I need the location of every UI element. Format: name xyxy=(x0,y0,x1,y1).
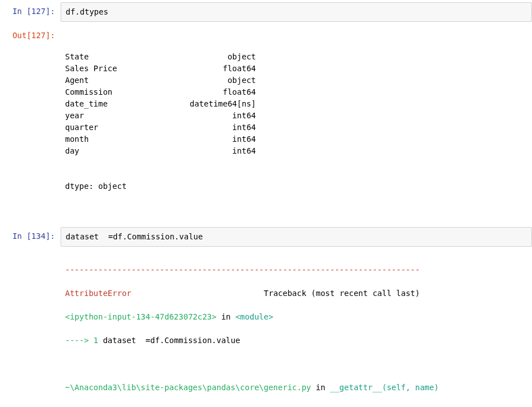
empty-prompt-134 xyxy=(0,251,61,255)
dtype-value: int64 xyxy=(166,122,256,133)
in-prompt-127: In [127]: xyxy=(0,2,61,17)
dtype-value: int64 xyxy=(166,133,256,145)
dtype-name: date_time xyxy=(65,98,166,110)
output-cell-134: ----------------------------------------… xyxy=(0,249,532,407)
dtype-value: object xyxy=(166,75,256,86)
traceback-header: AttributeError Traceback (most recent ca… xyxy=(65,288,528,299)
dtype-row: date_timedatetime64[ns] xyxy=(65,98,528,110)
tb-line-1: ----> 1 dataset =df.Commission.value xyxy=(65,335,528,346)
input-cell-134: In [134]: dataset =df.Commission.value xyxy=(0,225,532,249)
code-input-127[interactable]: df.dtypes xyxy=(61,2,532,22)
dtype-name: Agent xyxy=(65,75,166,86)
dtype-name: month xyxy=(65,133,166,145)
dtype-value: float64 xyxy=(166,86,256,98)
traceback-hr: ----------------------------------------… xyxy=(65,264,528,276)
error-name: AttributeError xyxy=(65,289,131,298)
traceback-output: ----------------------------------------… xyxy=(61,251,532,407)
dtype-value: datetime64[ns] xyxy=(166,98,256,110)
dtype-row: quarterint64 xyxy=(65,122,528,133)
dtype-row: yearint64 xyxy=(65,110,528,122)
dtype-value: object xyxy=(166,51,256,63)
dtype-name: Commission xyxy=(65,86,166,98)
dtype-row: monthint64 xyxy=(65,133,528,145)
dtype-row: Sales Pricefloat64 xyxy=(65,63,528,75)
dtype-name: quarter xyxy=(65,122,166,133)
tb-label: Traceback (most recent call last) xyxy=(264,289,420,298)
dtype-row: dayint64 xyxy=(65,145,528,157)
dtype-name: Sales Price xyxy=(65,63,166,75)
dtype-row: Commissionfloat64 xyxy=(65,86,528,98)
dtype-value: float64 xyxy=(166,63,256,75)
dtype-footer: dtype: object xyxy=(65,181,528,192)
tb-location-2: ~\Anaconda3\lib\site-packages\pandas\cor… xyxy=(65,382,528,394)
code-input-134[interactable]: dataset =df.Commission.value xyxy=(61,227,532,247)
input-cell-127: In [127]: df.dtypes xyxy=(0,0,532,24)
dtype-value: int64 xyxy=(166,110,256,122)
in-prompt-134: In [134]: xyxy=(0,227,61,242)
dtype-row: Agentobject xyxy=(65,75,528,86)
dtype-name: year xyxy=(65,110,166,122)
dtype-value: int64 xyxy=(166,145,256,157)
out-prompt-127: Out[127]: xyxy=(0,26,61,41)
output-body-127: StateobjectSales Pricefloat64Agentobject… xyxy=(61,26,532,217)
dtype-name: State xyxy=(65,51,166,63)
dtype-name: day xyxy=(65,145,166,157)
tb-location-1: <ipython-input-134-47d623072c23> in <mod… xyxy=(65,311,528,323)
dtype-row: Stateobject xyxy=(65,51,528,63)
output-cell-127: Out[127]: StateobjectSales Pricefloat64A… xyxy=(0,24,532,219)
tb-spacer xyxy=(131,289,264,298)
